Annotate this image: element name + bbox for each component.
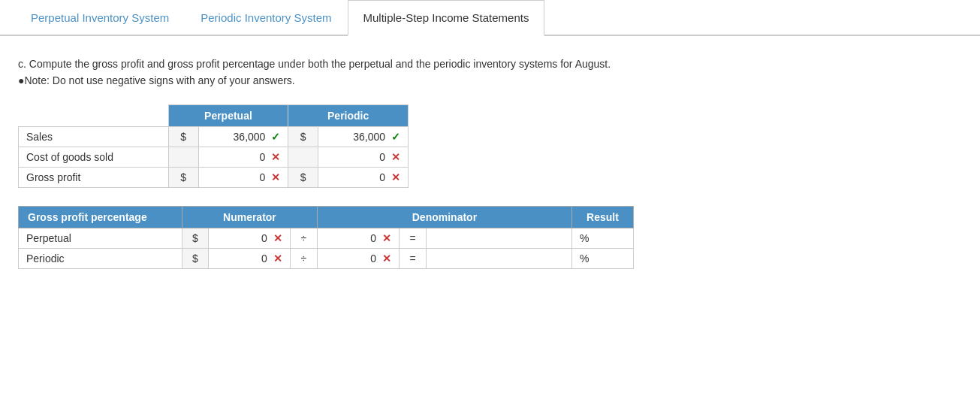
pct-peri-num-value: 0 bbox=[261, 252, 267, 265]
upper-perpetual-header: Perpetual bbox=[168, 104, 288, 126]
perp-cogs-value: 0 bbox=[260, 151, 266, 163]
lower-header-num: Numerator bbox=[182, 206, 317, 228]
pct-peri-den-value: 0 bbox=[370, 252, 376, 265]
peri-cogs-input[interactable]: 0 ✕ bbox=[318, 147, 409, 167]
pct-periodic-label: Periodic bbox=[19, 248, 182, 268]
perp-sales-check-icon: ✓ bbox=[271, 131, 280, 143]
perp-sales-dollar: $ bbox=[168, 126, 198, 147]
peri-cogs-value: 0 bbox=[379, 151, 385, 163]
upper-periodic-header: Periodic bbox=[288, 104, 409, 126]
pct-peri-num-cross: ✕ bbox=[273, 252, 282, 265]
gross-profit-table: Perpetual Periodic Sales $ 36,000 ✓ $ 36… bbox=[18, 104, 409, 188]
perp-gp-cross-icon: ✕ bbox=[271, 171, 280, 183]
tab-multiple-step[interactable]: Multiple-Step Income Statements bbox=[348, 0, 545, 36]
instruction-line1: c. Compute the gross profit and gross pr… bbox=[18, 58, 611, 70]
pct-peri-pct: % bbox=[571, 248, 633, 268]
pct-perp-eq: = bbox=[399, 228, 426, 248]
pct-peri-op: ÷ bbox=[290, 248, 317, 268]
table-row: Gross profit $ 0 ✕ $ 0 ✕ bbox=[19, 167, 409, 187]
pct-perp-num-input[interactable]: 0 ✕ bbox=[208, 228, 290, 248]
pct-perp-pct: % bbox=[571, 228, 633, 248]
pct-perp-den-value: 0 bbox=[370, 232, 376, 244]
peri-gp-cross-icon2: ✕ bbox=[391, 171, 400, 183]
perp-gp-dollar: $ bbox=[168, 167, 198, 187]
pct-perp-num-value: 0 bbox=[261, 232, 267, 244]
perp-sales-value: 36,000 bbox=[234, 131, 266, 143]
cogs-label: Cost of goods sold bbox=[19, 147, 169, 167]
pct-peri-den-input[interactable]: 0 ✕ bbox=[317, 248, 399, 268]
peri-sales-input[interactable]: 36,000 ✓ bbox=[318, 126, 409, 147]
peri-gp-input[interactable]: 0 ✕ bbox=[318, 167, 409, 187]
pct-perp-den-input[interactable]: 0 ✕ bbox=[317, 228, 399, 248]
lower-header-den: Denominator bbox=[317, 206, 571, 228]
pct-perp-num-dollar: $ bbox=[182, 228, 208, 248]
peri-sales-dollar: $ bbox=[288, 126, 318, 147]
peri-sales-check-icon: ✓ bbox=[391, 131, 400, 143]
pct-peri-den-cross: ✕ bbox=[382, 252, 391, 265]
table-row: Periodic $ 0 ✕ ÷ 0 ✕ = % bbox=[19, 248, 634, 268]
pct-perp-den-cross: ✕ bbox=[382, 232, 391, 244]
peri-gp-dollar: $ bbox=[288, 167, 318, 187]
pct-perp-num-cross: ✕ bbox=[273, 232, 282, 244]
pct-perpetual-label: Perpetual bbox=[19, 228, 182, 248]
table-row: Sales $ 36,000 ✓ $ 36,000 ✓ bbox=[19, 126, 409, 147]
tab-bar: Perpetual Inventory System Periodic Inve… bbox=[0, 0, 980, 36]
pct-peri-num-input[interactable]: 0 ✕ bbox=[208, 248, 290, 268]
perp-cogs-cross-icon: ✕ bbox=[271, 151, 280, 163]
lower-header-gpp: Gross profit percentage bbox=[19, 206, 182, 228]
instructions: c. Compute the gross profit and gross pr… bbox=[18, 56, 769, 89]
gross-profit-label: Gross profit bbox=[19, 167, 169, 187]
pct-perp-result[interactable] bbox=[427, 228, 572, 248]
peri-gp-value: 0 bbox=[379, 171, 385, 183]
sales-label: Sales bbox=[19, 126, 169, 147]
upper-empty-header bbox=[19, 104, 169, 126]
tab-periodic[interactable]: Periodic Inventory System bbox=[185, 0, 347, 36]
pct-peri-num-dollar: $ bbox=[182, 248, 208, 268]
table-row: Perpetual $ 0 ✕ ÷ 0 ✕ = % bbox=[19, 228, 634, 248]
main-content: c. Compute the gross profit and gross pr… bbox=[0, 48, 980, 284]
peri-cogs-cross-icon: ✕ bbox=[391, 151, 400, 163]
pct-perp-op: ÷ bbox=[290, 228, 317, 248]
perp-gp-value: 0 bbox=[260, 171, 266, 183]
peri-cogs-dollar bbox=[288, 147, 318, 167]
gross-profit-pct-table: Gross profit percentage Numerator Denomi… bbox=[18, 206, 634, 269]
pct-peri-result[interactable] bbox=[427, 248, 572, 268]
lower-header-result: Result bbox=[571, 206, 633, 228]
perp-sales-input[interactable]: 36,000 ✓ bbox=[198, 126, 288, 147]
peri-sales-value: 36,000 bbox=[353, 131, 385, 143]
instruction-note: ●Note: Do not use negative signs with an… bbox=[18, 72, 769, 89]
table-row: Cost of goods sold 0 ✕ 0 ✕ bbox=[19, 147, 409, 167]
tab-perpetual[interactable]: Perpetual Inventory System bbox=[15, 0, 185, 36]
perp-gp-input[interactable]: 0 ✕ bbox=[198, 167, 288, 187]
pct-peri-eq: = bbox=[399, 248, 426, 268]
perp-cogs-input[interactable]: 0 ✕ bbox=[198, 147, 288, 167]
perp-cogs-dollar bbox=[168, 147, 198, 167]
